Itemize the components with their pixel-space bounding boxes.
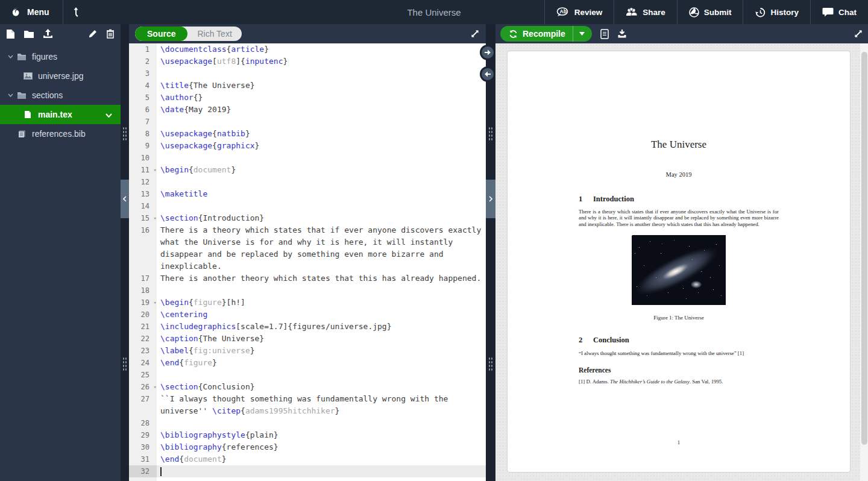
editor-pdf-divider[interactable] (486, 24, 495, 481)
code-line-content (157, 176, 486, 188)
share-people-icon (626, 7, 638, 17)
tree-folder-sections[interactable]: sections (0, 86, 121, 105)
code-line[interactable]: 6\date{May 2019} (129, 104, 486, 116)
code-line[interactable]: 14 (129, 200, 486, 212)
code-line-content: \usepackage{graphicx} (157, 140, 486, 152)
line-number: 9 (129, 140, 157, 152)
code-line[interactable]: 31\end{document} (129, 453, 486, 465)
code-line[interactable]: 5\author{} (129, 92, 486, 104)
line-number: 5 (129, 92, 157, 104)
review-label: Review (574, 8, 603, 17)
share-button[interactable]: Share (614, 0, 677, 24)
code-line[interactable]: 28 (129, 417, 486, 429)
chat-label: Chat (838, 8, 857, 17)
code-line[interactable]: 17There is another theory which states t… (129, 272, 486, 285)
code-line-content (157, 68, 486, 80)
history-button[interactable]: History (743, 0, 810, 24)
code-editor[interactable]: 1\documentclass{article}2\usepackage[utf… (129, 43, 486, 481)
pdf-scrollbar-thumb[interactable] (861, 52, 867, 445)
code-line[interactable]: 21\includegraphics[scale=1.7]{figures/un… (129, 321, 486, 333)
review-button[interactable]: Ab Review (544, 0, 614, 24)
code-line[interactable]: 29\bibliographystyle{plain} (129, 429, 486, 441)
fold-caret-icon[interactable]: ▾ (154, 164, 157, 176)
jump-to-pdf-button[interactable] (480, 45, 495, 60)
code-line[interactable]: 13\maketitle (129, 188, 486, 200)
code-line[interactable]: 20\centering (129, 309, 486, 321)
jump-to-code-button[interactable] (480, 66, 495, 82)
file-tree-toolbar (0, 24, 121, 43)
code-line[interactable]: 18 (129, 285, 486, 297)
tree-file-universe-jpg[interactable]: universe.jpg (0, 66, 121, 86)
sidebar-editor-divider[interactable] (121, 24, 129, 481)
editor-mode-toggle[interactable]: Source Rich Text (135, 27, 242, 41)
code-line[interactable]: 19▾\begin{figure}[h!] (129, 297, 486, 309)
mode-source-button[interactable]: Source (135, 27, 187, 41)
pdf-scrollbar[interactable] (860, 43, 868, 481)
chat-button[interactable]: Chat (810, 0, 868, 24)
drag-handle-dots[interactable] (122, 357, 127, 371)
svg-text:Ab: Ab (559, 8, 566, 14)
galaxy-image (632, 235, 726, 305)
code-line[interactable]: 26▾\section{Conclusion} (129, 381, 486, 393)
code-line[interactable]: 9\usepackage{graphicx} (129, 140, 486, 152)
code-line-content (157, 285, 486, 297)
code-line-content: \centering (157, 309, 486, 321)
pdf-fullscreen-icon[interactable] (854, 29, 863, 39)
code-line[interactable]: 1\documentclass{article} (129, 43, 486, 55)
tree-file-references-bib[interactable]: references.bib (0, 124, 121, 143)
code-line[interactable]: 7 (129, 116, 486, 128)
file-menu-chevron-icon[interactable] (105, 110, 112, 119)
recompile-options-caret[interactable] (573, 26, 592, 42)
new-folder-icon[interactable] (24, 30, 34, 39)
code-line[interactable]: 25 (129, 369, 486, 381)
code-line-content (157, 369, 486, 381)
drag-handle-dots[interactable] (488, 127, 493, 141)
editor-fullscreen-icon[interactable] (470, 29, 480, 39)
chevron-down-icon[interactable] (5, 55, 16, 58)
pdf-viewport[interactable]: The Universe May 2019 1 Introduction The… (495, 43, 868, 481)
upload-icon[interactable] (43, 29, 53, 39)
code-line[interactable]: 2\usepackage[utf8]{inputenc} (129, 55, 486, 68)
tree-folder-figures[interactable]: figures (0, 47, 121, 66)
pdf-page: The Universe May 2019 1 Introduction The… (508, 51, 850, 472)
collapse-sidebar-handle[interactable] (121, 180, 129, 218)
download-pdf-icon[interactable] (617, 29, 627, 39)
code-line[interactable]: 23\label{fig:universe} (129, 345, 486, 357)
code-line[interactable]: 30\bibliography{references} (129, 441, 486, 453)
fold-caret-icon[interactable]: ▾ (154, 212, 157, 224)
code-line[interactable]: 16There is a theory which states that if… (129, 224, 486, 272)
fold-caret-icon[interactable]: ▾ (154, 297, 157, 309)
new-file-icon[interactable] (6, 29, 15, 39)
drag-handle-dots[interactable] (488, 357, 493, 371)
code-line[interactable]: 15▾\section{Introduction} (129, 212, 486, 224)
back-to-projects-button[interactable] (63, 7, 92, 17)
delete-trash-icon[interactable] (106, 29, 115, 39)
submit-button[interactable]: Submit (677, 0, 743, 24)
code-line[interactable]: 10 (129, 152, 486, 164)
code-line[interactable]: 12 (129, 176, 486, 188)
chevron-down-icon[interactable] (5, 93, 16, 97)
editor-pane: Source Rich Text 1\documentclass{article… (129, 24, 486, 481)
fold-caret-icon[interactable]: ▾ (154, 381, 157, 393)
code-line[interactable]: 11▾\begin{document} (129, 164, 486, 176)
code-line[interactable]: 27``I always thought something was funda… (129, 393, 486, 417)
line-number: 16 (129, 224, 157, 272)
code-line[interactable]: 8\usepackage{natbib} (129, 128, 486, 140)
code-line[interactable]: 3 (129, 68, 486, 80)
menu-button[interactable]: Menu (0, 6, 63, 18)
rename-pencil-icon[interactable] (88, 29, 98, 39)
code-line[interactable]: 4\title{The Universe} (129, 80, 486, 92)
mode-rich-text-button[interactable]: Rich Text (187, 27, 241, 41)
topbar-actions: Ab Review Share Submit History (544, 0, 868, 24)
compile-log-icon[interactable] (600, 29, 609, 39)
code-line[interactable]: 24\end{figure} (129, 357, 486, 369)
recompile-button[interactable]: Recompile (500, 26, 573, 42)
review-icon: Ab (556, 7, 570, 17)
code-line[interactable]: 32 (129, 465, 486, 477)
collapse-editor-handle[interactable] (486, 180, 495, 218)
code-line-content: There is a theory which states that if e… (157, 224, 486, 272)
tree-item-label: sections (32, 90, 63, 100)
drag-handle-dots[interactable] (122, 127, 127, 141)
code-line[interactable]: 22\caption{The Universe} (129, 333, 486, 345)
tree-file-main-tex[interactable]: main.tex (0, 105, 121, 124)
